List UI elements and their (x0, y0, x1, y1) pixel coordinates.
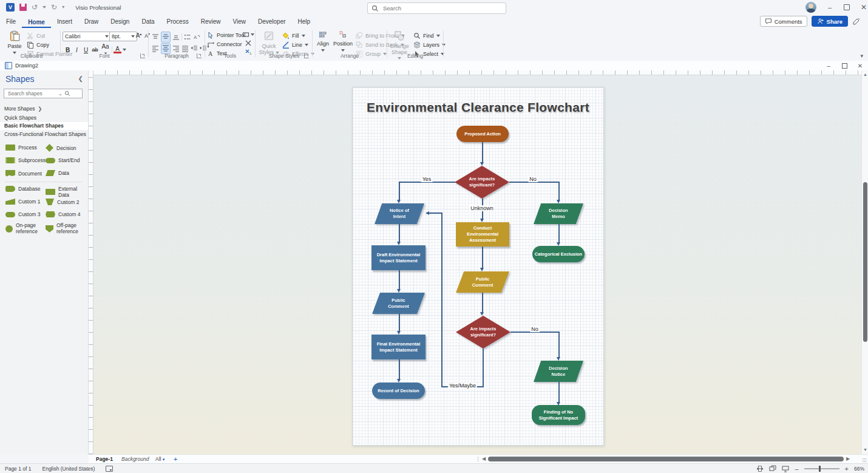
master-subprocess[interactable]: Subprocess (5, 157, 46, 163)
page-tab-all[interactable]: All ▾ (151, 455, 169, 463)
connector-tool-button[interactable]: Connector (207, 40, 245, 49)
node-decision-memo[interactable]: Decision Memo (534, 203, 583, 224)
macro-record-icon[interactable] (106, 466, 113, 472)
node-decision-notice[interactable]: Decision Notice (534, 361, 583, 382)
node-decision-1[interactable]: Are impacts significant? (455, 166, 509, 199)
search-options-dropdown-icon[interactable]: ⌄ (58, 91, 63, 97)
switch-windows-icon[interactable] (769, 465, 776, 472)
resize-grip-icon[interactable]: ◫ (862, 457, 867, 463)
position-button[interactable]: Position (333, 30, 353, 53)
node-public-comment-1[interactable]: Public Comment (372, 293, 425, 314)
connection-point-tool-icon[interactable] (245, 39, 252, 47)
connector[interactable] (558, 224, 560, 242)
user-avatar[interactable] (805, 2, 816, 13)
shape-styles-dialog-launcher-icon[interactable] (304, 53, 309, 58)
scroll-up-icon[interactable]: ▲ (862, 72, 868, 78)
page-tab-background[interactable]: Background (117, 455, 154, 463)
tab-developer[interactable]: Developer (252, 16, 292, 28)
node-conduct-assessment[interactable]: Conduct Environmental Assessment (456, 222, 509, 247)
collapse-panel-icon[interactable]: ❮ (78, 75, 83, 82)
connector[interactable] (399, 224, 400, 242)
connector[interactable] (429, 213, 441, 214)
node-record-of-decision[interactable]: Record of Decision (372, 383, 425, 399)
zoom-slider[interactable] (804, 468, 839, 469)
tab-review[interactable]: Review (195, 16, 227, 28)
flowchart-title[interactable]: Environmental Clearance Flowchart (353, 100, 603, 115)
bullets-icon[interactable] (184, 33, 191, 41)
justify-icon[interactable] (181, 45, 189, 52)
master-custom-2[interactable]: Custom 2 (46, 199, 79, 205)
tab-home[interactable]: Home (22, 17, 51, 29)
tab-file[interactable]: File (0, 16, 22, 28)
node-decision-2[interactable]: Are impacts significant? (456, 316, 510, 349)
align-middle-button[interactable] (161, 32, 171, 43)
stencil-cross-functional[interactable]: Cross-Functional Flowchart Shapes (0, 131, 88, 138)
comments-button[interactable]: Comments (760, 16, 807, 27)
layers-button[interactable]: Layers (413, 41, 446, 49)
pointer-tool-button[interactable]: Pointer Tool (207, 31, 245, 39)
increase-indent-icon[interactable] (200, 45, 207, 52)
connector[interactable] (558, 182, 560, 200)
scroll-right-icon[interactable]: ▶ (846, 456, 850, 461)
master-custom-1[interactable]: Custom 1 (5, 199, 40, 205)
node-final-eis[interactable]: Final Environmental Impact Statement (371, 335, 426, 359)
fill-button[interactable]: Fill (282, 32, 314, 40)
connector[interactable] (558, 332, 560, 357)
undo-icon[interactable]: ↺ (32, 4, 38, 11)
presentation-mode-icon[interactable] (782, 465, 789, 472)
font-dialog-launcher-icon[interactable] (140, 53, 145, 58)
shape-search-icon[interactable] (64, 90, 70, 97)
node-proposed-action[interactable]: Proposed Action (456, 126, 509, 142)
collapse-ribbon-icon[interactable]: ▾ (860, 53, 863, 59)
align-right-icon[interactable] (172, 45, 180, 52)
fit-page-icon[interactable] (756, 465, 764, 472)
connector[interactable] (483, 349, 484, 386)
undo-dropdown-icon[interactable] (42, 6, 46, 9)
zoom-level[interactable]: 66% (854, 466, 864, 472)
connector[interactable] (399, 359, 400, 379)
language-status[interactable]: English (United States) (42, 466, 95, 472)
drawing-canvas[interactable]: Environmental Clearance Flowchart Propos… (89, 70, 861, 454)
add-page-button[interactable]: + (169, 455, 182, 463)
tab-data[interactable]: Data (135, 16, 160, 28)
italic-button[interactable]: I (73, 47, 81, 53)
visio-logo-icon[interactable]: V (6, 3, 15, 12)
align-bottom-icon[interactable] (172, 33, 180, 41)
paragraph-dialog-launcher-icon[interactable] (197, 53, 202, 58)
master-custom-3[interactable]: Custom 3 (5, 211, 40, 217)
text-rotate-icon[interactable]: A (193, 33, 200, 41)
master-process[interactable]: Process (5, 145, 37, 151)
more-shapes-item[interactable]: More Shapes ❯ (0, 105, 88, 113)
customize-toolbar-icon[interactable]: ▾ (62, 5, 64, 10)
connector[interactable] (399, 314, 400, 331)
horizontal-scrollbar-thumb[interactable] (488, 457, 844, 461)
tab-process[interactable]: Process (161, 16, 195, 28)
vertical-scrollbar[interactable]: ▲ ▼ (861, 70, 868, 454)
align-left-icon[interactable] (152, 45, 159, 52)
scroll-left-icon[interactable]: ◀ (482, 456, 486, 461)
node-categorical-exclusion[interactable]: Categorical Exclusion (532, 246, 585, 262)
share-button[interactable]: Share (812, 16, 848, 27)
tab-design[interactable]: Design (104, 16, 135, 28)
master-database[interactable]: Database (5, 186, 40, 192)
font-family-combo[interactable]: Calibri (63, 32, 111, 41)
zoom-in-button[interactable]: + (845, 465, 849, 472)
close-button[interactable]: ✕ (855, 0, 868, 15)
align-button[interactable]: Align (314, 30, 331, 53)
search-input[interactable] (382, 4, 502, 12)
redo-icon[interactable]: ↻ (51, 4, 57, 11)
drawing-page[interactable]: Environmental Clearance Flowchart Propos… (352, 87, 604, 446)
connector[interactable] (482, 142, 483, 162)
quick-styles-button[interactable]: Quick Styles (258, 30, 280, 56)
connector[interactable] (482, 247, 483, 268)
decrease-indent-icon[interactable] (191, 45, 198, 52)
font-color-dropdown-icon[interactable] (123, 49, 126, 51)
tab-draw[interactable]: Draw (78, 16, 104, 28)
font-size-combo[interactable]: 8pt. (109, 32, 137, 41)
node-fonsi[interactable]: Finding of No Significant Impact (532, 405, 585, 425)
master-document[interactable]: Document (5, 170, 42, 177)
search-box[interactable] (367, 2, 506, 14)
master-start-end[interactable]: Start/End (46, 157, 80, 163)
master-data[interactable]: Data (46, 170, 69, 176)
master-on-page-reference[interactable]: On-page reference (5, 223, 42, 235)
